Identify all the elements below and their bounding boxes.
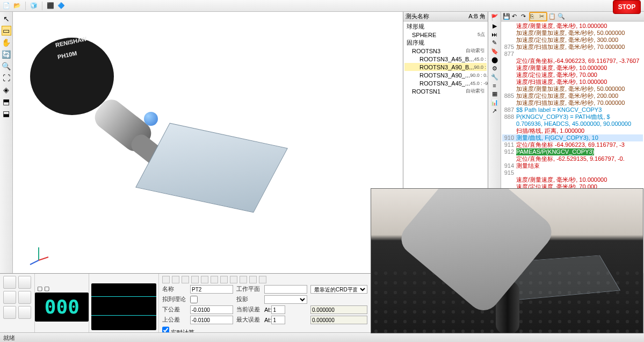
dro-ico2[interactable]: ▢: [44, 285, 49, 292]
redo-icon[interactable]: ↷: [521, 13, 529, 20]
uppertol-input[interactable]: [190, 316, 233, 324]
name-input[interactable]: [190, 285, 233, 294]
feat-slot-icon[interactable]: [230, 276, 237, 283]
edit-icon[interactable]: ✎: [492, 39, 497, 46]
script-line[interactable]: 加速度/测量加速度, 毫米/秒秒, 50.000000: [502, 86, 643, 92]
select-icon[interactable]: ▭: [2, 26, 11, 35]
script-line[interactable]: 定位/直角坐标, -62.529135, 9.166797, -0.: [502, 155, 643, 162]
copy-icon[interactable]: ⎘: [530, 13, 538, 20]
feat-point-icon[interactable]: [162, 276, 170, 283]
proj-select[interactable]: [264, 295, 307, 304]
tree-item[interactable]: ROOTSN3自动索引: [404, 47, 487, 55]
dro-panel: ▢ ▢ 000: [35, 274, 89, 332]
theory-checkbox[interactable]: [190, 295, 198, 304]
feat-line-icon[interactable]: [172, 276, 179, 283]
script-line[interactable]: 910测量/曲线, F(GCV_COPY3), 10: [502, 134, 643, 141]
paste-icon[interactable]: 📋: [548, 13, 556, 20]
cut-icon[interactable]: ✂: [539, 13, 547, 20]
script-line[interactable]: 速度/测量速度, 毫米/秒, 10.000000: [502, 65, 643, 72]
script-line[interactable]: 887$$ Path label = KNGCV_COPY3: [502, 106, 643, 113]
status-text: 就绪: [3, 334, 15, 341]
view-toolbar: ↖ ▭ ✋ 🔄 🔍 ⛶ ◈ ⬒ ⬓: [0, 12, 13, 273]
dev1-display: [310, 305, 367, 314]
dro-ico1[interactable]: ▢: [37, 285, 42, 292]
fit-icon[interactable]: ⛶: [2, 73, 11, 83]
table-icon[interactable]: ▦: [492, 90, 497, 97]
tree-item[interactable]: ROOTSN1自动索引: [404, 87, 487, 95]
feat-more-icon[interactable]: [259, 276, 266, 283]
tree-item[interactable]: ROOTSN3_A90_B...90.0 : 90.0: [404, 63, 487, 71]
name-label: 名称: [162, 285, 187, 294]
mode5-button[interactable]: [3, 306, 16, 319]
flag-icon[interactable]: 🚩: [491, 14, 498, 21]
tree-item[interactable]: ROOTSN3_A90_...90.0 : 0.0: [404, 71, 487, 79]
mode6-button[interactable]: [18, 306, 31, 319]
stop-button[interactable]: STOP: [613, 0, 641, 14]
script-line[interactable]: 912 PAMEAS/P(KNGCV_COPY3): [502, 148, 643, 155]
find-icon[interactable]: 🔍: [558, 13, 565, 20]
feat-plane-icon[interactable]: [191, 276, 199, 283]
bookmark-icon[interactable]: 🔖: [491, 48, 498, 55]
script-line[interactable]: 877: [502, 51, 643, 58]
script-line[interactable]: 定位/直角坐标,-64.906223, 69.116797, -3.7607: [502, 58, 643, 65]
crd-select[interactable]: 最靠近的CRD平面: [310, 285, 367, 294]
workplane-input[interactable]: [264, 285, 307, 294]
zoom-icon[interactable]: 🔍: [2, 61, 11, 71]
view1-icon[interactable]: ⬒: [2, 97, 11, 106]
feat-cyl-icon[interactable]: [201, 276, 208, 283]
export-icon[interactable]: ↗: [492, 108, 497, 115]
pointer-icon[interactable]: ↖: [2, 14, 11, 24]
lowertol-input[interactable]: [190, 305, 233, 314]
tree-item[interactable]: 球形规: [404, 23, 487, 31]
script-line[interactable]: 885加速度/定位加速度, 毫米/秒秒, 200.000: [502, 92, 643, 99]
tree-item[interactable]: SPHERE5点: [404, 31, 487, 39]
script-line[interactable]: 915: [502, 169, 643, 176]
tool1-icon[interactable]: ⬛: [46, 2, 55, 10]
tree-item[interactable]: ROOTSN3_A45_B...45.0 : 90.0: [404, 55, 487, 63]
mode3-button[interactable]: [3, 291, 16, 304]
mode2-button[interactable]: [18, 276, 31, 289]
settings-icon[interactable]: ⚙: [492, 65, 497, 72]
script-line[interactable]: 速度/定位速度, 毫米/秒, 70.000: [502, 72, 643, 79]
cube-icon[interactable]: 🧊: [30, 2, 38, 10]
new-icon[interactable]: 📄: [2, 2, 11, 10]
script-line[interactable]: 扫描/格线, 距离, 1.000000: [502, 127, 643, 134]
rotate-icon[interactable]: 🔄: [2, 49, 11, 59]
script-line[interactable]: 888P(KNGCV_COPY3) = PATH/曲线, $: [502, 113, 643, 120]
pan-icon[interactable]: ✋: [2, 38, 11, 47]
mode4-button[interactable]: [18, 291, 31, 304]
script-line[interactable]: 速度/测量速度, 毫米/秒, 10.000000: [502, 176, 643, 183]
list-icon[interactable]: ≡: [493, 82, 496, 89]
script-line[interactable]: 914测量结束: [502, 162, 643, 169]
script-line[interactable]: 加速度/定位加速度, 毫米/秒秒, 300.000: [502, 37, 643, 44]
at2-input[interactable]: [271, 316, 285, 324]
tree-item[interactable]: ROOTSN3_A45_...45.0 : -90.0: [404, 79, 487, 87]
tree-item[interactable]: 固序规: [404, 39, 487, 47]
tool2-icon[interactable]: 🔷: [57, 2, 66, 10]
feat-surf-icon[interactable]: [249, 276, 257, 283]
chart-icon[interactable]: 📊: [491, 99, 498, 106]
script-tool-icon[interactable]: 🔧: [491, 74, 498, 81]
mode1-button[interactable]: [3, 276, 16, 289]
script-line[interactable]: 875加速度/扫描加速度, 毫米/秒秒, 70.000000: [502, 44, 643, 51]
view2-icon[interactable]: ⬓: [2, 109, 11, 118]
iso-icon[interactable]: ◈: [2, 85, 11, 95]
at1-input[interactable]: [271, 305, 285, 314]
script-line[interactable]: 速度/扫描速度, 毫米/秒, 10.000000: [502, 79, 643, 86]
feat-cone-icon[interactable]: [211, 276, 218, 283]
feat-circle-icon[interactable]: [182, 276, 189, 283]
script-line[interactable]: 速度/测量速度, 毫米/秒, 10.000000: [502, 23, 643, 30]
run-icon[interactable]: ▶: [493, 23, 497, 30]
feat-curve-icon[interactable]: [240, 276, 247, 283]
save-icon[interactable]: 💾: [503, 13, 510, 20]
script-line[interactable]: 911 定位/直角坐标 -64.906223, 69.116797, -3: [502, 141, 643, 148]
3d-viewport[interactable]: RENISHAW PH10M: [13, 12, 403, 273]
script-line[interactable]: 加速度/测量加速度, 毫米/秒秒, 50.000000: [502, 30, 643, 37]
undo-icon[interactable]: ↶: [512, 13, 519, 20]
break-icon[interactable]: ⬤: [491, 56, 498, 63]
step-icon[interactable]: ⏭: [491, 31, 497, 38]
feat-sphere-icon[interactable]: [220, 276, 228, 283]
open-icon[interactable]: 📂: [13, 2, 21, 10]
script-line[interactable]: 0.706936, HEADCS, 45.000000, 90.000000: [502, 120, 643, 127]
script-line[interactable]: 加速度/扫描加速度, 毫米/秒秒, 70.000000: [502, 99, 643, 106]
